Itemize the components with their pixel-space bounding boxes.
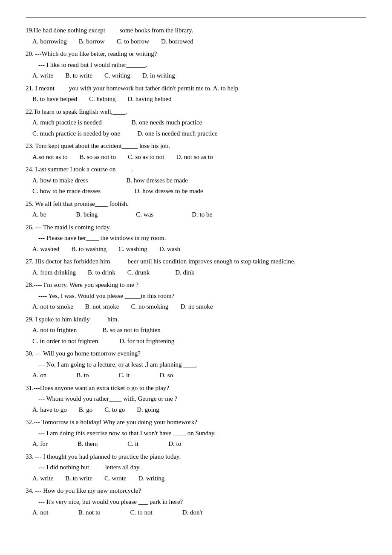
question-22: 22.To learn to speak English well,____. … — [26, 107, 366, 139]
q31-stem: 31.---Does anyone want an extra ticket o… — [26, 383, 366, 394]
q19-text: 19.He had done nothing except____ some b… — [26, 25, 366, 36]
q21-b: B. to have helped — [32, 94, 77, 105]
q33-d: D. writing — [138, 473, 165, 484]
q19-options: A. borrowing B. borrow C. to borrow D. b… — [26, 36, 366, 47]
q28-b: B. not smoke — [85, 301, 119, 312]
q24-stem: 24. Last summer I took a course on_____. — [26, 164, 366, 175]
q34-stem: 34. --- How do you like my new motorcycl… — [26, 486, 366, 497]
q23-b: B. so as not to — [80, 152, 116, 163]
question-29: 29. I spoke to him kindly_____ him. A. n… — [26, 314, 366, 347]
q34-sub: --- It's very nice, but would you please… — [26, 497, 366, 508]
q30-b: B. to — [76, 370, 89, 381]
q26-c: C. washing — [118, 244, 147, 255]
q23-options: A.so not as to B. so as not to C. so as … — [26, 152, 366, 163]
q32-d: D. to — [168, 439, 181, 450]
q20-stem: 20. ---Which do you like better, reading… — [26, 49, 366, 60]
q26-b: B. to washing — [71, 244, 107, 255]
question-24: 24. Last summer I took a course on_____.… — [26, 164, 366, 197]
q20-options: A. write B. to write C. writing D. in wr… — [26, 70, 366, 81]
q19-c: C. to borrow — [117, 36, 149, 47]
q19-a: A. borrowing — [32, 36, 67, 47]
q20-a: A. write — [32, 70, 53, 81]
q25-text: 25. We all felt that promise____ foolish… — [26, 199, 366, 210]
q31-sub: --- Whom would you rather____ with, Geor… — [26, 393, 366, 405]
q27-options: A. from drinking B. to drink C. drunk D.… — [26, 267, 366, 278]
q21-d: D. having helped — [127, 94, 171, 105]
q28-sub: ---- Yes, I was. Would you please _____i… — [26, 291, 366, 302]
q26-d: D. wash — [159, 244, 180, 255]
q27-d: D. dink — [175, 267, 194, 278]
q22-a: A. much practice is needed — [32, 117, 102, 128]
q24-c: C. how to be made dresses — [32, 186, 101, 197]
q28-options: A. not to smoke B. not smoke C. no smoki… — [26, 301, 366, 312]
q30-stem: 30. --- Will you go home tomorrow evenin… — [26, 348, 366, 359]
q30-c: C. it — [119, 370, 130, 381]
question-32: 32.--- Tomorrow is a holiday! Why are yo… — [26, 417, 366, 450]
q24-a: A. how to make dress — [32, 175, 88, 186]
q21-text: 21. I meant____ you with your homework b… — [26, 83, 366, 94]
q19-b: B. borrow — [79, 36, 105, 47]
q27-c: C. drunk — [127, 267, 150, 278]
q29-c: C. in order to not frighten — [32, 336, 98, 347]
q34-options: A. not B. not to C. to not D. don't — [26, 507, 366, 518]
question-34: 34. --- How do you like my new motorcycl… — [26, 486, 366, 518]
question-23: 23. Tom kept quiet about the accident___… — [26, 141, 366, 162]
q23-text: 23. Tom kept quiet about the accident___… — [26, 141, 366, 152]
q30-d: D. so — [159, 370, 173, 381]
q20-b: B. to write — [65, 70, 92, 81]
q31-c: C. to go — [104, 405, 125, 416]
q32-c: C. it — [127, 439, 138, 450]
q29-options-row2: C. in order to not frighten D. for not f… — [26, 336, 366, 347]
question-20: 20. ---Which do you like better, reading… — [26, 49, 366, 81]
q29-d: D. for not frightening — [119, 336, 174, 347]
q20-sub: --- I like to read but I would rather___… — [26, 60, 366, 71]
q34-d: D. don't — [182, 507, 203, 518]
q34-b: B. not to — [78, 507, 101, 518]
question-21: 21. I meant____ you with your homework b… — [26, 83, 366, 105]
q22-stem: 22.To learn to speak English well,____. — [26, 107, 366, 118]
q24-b: B. how dresses be made — [126, 175, 188, 186]
question-31: 31.---Does anyone want an extra ticket o… — [26, 383, 366, 416]
q24-options-row2: C. how to be made dresses D. how dresses… — [26, 186, 366, 197]
q27-text: 27. His doctor has forbidden him _____be… — [26, 256, 366, 267]
q30-a: A. on — [32, 370, 46, 381]
q22-c: C. much practice is needed by one — [32, 128, 120, 139]
q25-b: B. being — [76, 209, 98, 220]
q20-d: D. in writing — [142, 70, 175, 81]
q32-stem: 32.--- Tomorrow is a holiday! Why are yo… — [26, 417, 366, 428]
q33-options: A. write B. to write C. wrote D. writing — [26, 473, 366, 484]
q22-options-row2: C. much practice is needed by one D. one… — [26, 128, 366, 139]
q33-c: C. wrote — [104, 473, 127, 484]
q33-b: B. to write — [65, 473, 92, 484]
q33-stem: 33. --- I thought you had planned to pra… — [26, 451, 366, 462]
q19-d: D. borrowed — [161, 36, 193, 47]
q21-c: C. helping — [89, 94, 116, 105]
q27-a: A. from drinking — [32, 267, 76, 278]
q26-options: A. washed B. to washing C. washing D. wa… — [26, 244, 366, 255]
q32-options: A. for B. them C. it D. to — [26, 439, 366, 450]
q29-b: B. so as not to frighten — [102, 325, 161, 336]
q26-a: A. washed — [32, 244, 59, 255]
top-divider — [26, 17, 366, 17]
q22-b: B. one needs much practice — [132, 117, 202, 128]
question-26: 26. --- The maid is coming today. --- Pl… — [26, 222, 366, 255]
q26-sub: --- Please have her____ the windows in m… — [26, 233, 366, 244]
q28-a: A. not to smoke — [32, 301, 73, 312]
q22-options-row1: A. much practice is needed B. one needs … — [26, 117, 366, 128]
q22-d: D. one is needed much practice — [137, 128, 217, 139]
question-33: 33. --- I thought you had planned to pra… — [26, 451, 366, 484]
q32-a: A. for — [32, 439, 48, 450]
question-27: 27. His doctor has forbidden him _____be… — [26, 256, 366, 278]
question-30: 30. --- Will you go home tomorrow evenin… — [26, 348, 366, 381]
q25-c: C. was — [136, 209, 153, 220]
q24-options-row1: A. how to make dress B. how dresses be m… — [26, 175, 366, 186]
q24-d: D. how dresses to be made — [135, 186, 203, 197]
question-28: 28.---- I'm sorry. Were you speaking to … — [26, 280, 366, 312]
q23-d: D. not so as to — [176, 152, 213, 163]
q33-a: A. write — [32, 473, 53, 484]
q28-stem: 28.---- I'm sorry. Were you speaking to … — [26, 280, 366, 291]
q31-d: D. going — [137, 405, 159, 416]
q29-a: A. not to frighten — [32, 325, 77, 336]
q33-sub: --- I did nothing but ____ letters all d… — [26, 462, 366, 473]
question-19: 19.He had done nothing except____ some b… — [26, 25, 366, 47]
